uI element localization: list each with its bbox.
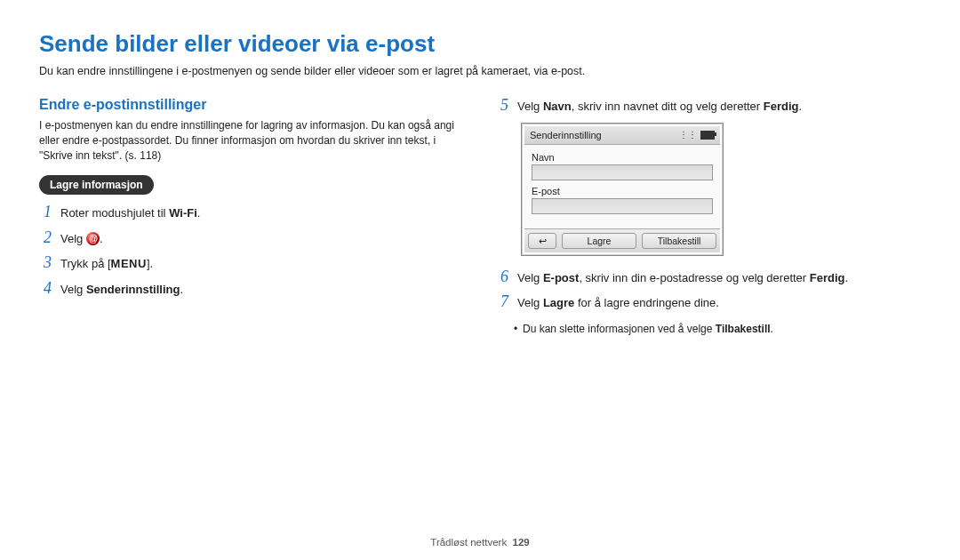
email-icon [86, 232, 100, 245]
step-number: 4 [39, 280, 52, 296]
device-footer: ↩ Lagre Tilbakestill [524, 228, 720, 252]
step-6-bold-2: Ferdig [810, 271, 845, 284]
device-input-email[interactable] [532, 198, 713, 214]
step-number: 3 [39, 254, 52, 270]
device-label-email: E-post [532, 186, 713, 196]
step-3-text-a: Trykk på [ [60, 257, 111, 270]
step-1: 1 Roter modushjulet til Wi-Fi. [39, 204, 464, 222]
battery-icon [700, 131, 715, 140]
step-number: 7 [496, 293, 508, 309]
pill-store-info: Lagre informasjon [39, 175, 154, 195]
step-2-text-b: . [100, 232, 103, 245]
step-5-text-c: , skriv inn navnet ditt og velg deretter [572, 100, 764, 113]
device-label-name: Navn [532, 152, 713, 163]
steps-left: 1 Roter modushjulet til Wi-Fi. 2 Velg . … [39, 204, 464, 298]
step-6-bold-1: E-post [543, 271, 579, 284]
device-header-title: Senderinnstilling [530, 130, 602, 140]
step-2: 2 Velg . [39, 229, 464, 248]
step-number: 6 [496, 268, 508, 284]
subhead-email-settings: Endre e-postinnstillinger [39, 97, 464, 113]
step-number: 1 [39, 204, 52, 220]
step-6: 6 Velg E-post, skriv inn din e-postadres… [496, 268, 921, 287]
step-7-bold-1: Lagre [543, 296, 574, 309]
device-screenshot: Senderinnstilling ⋮⋮ Navn E-post ↩ Lagre… [521, 123, 724, 256]
step-5-bold-1: Navn [543, 100, 572, 113]
step-4-bold: Senderinnstilling [86, 283, 180, 296]
step-5-text-a: Velg [517, 100, 543, 113]
step-6-text-d: . [845, 271, 849, 284]
note-text-a: Du kan slette informasjonen ved å velge [523, 323, 716, 335]
step-4-text-b: . [180, 283, 183, 296]
step-number: 2 [39, 229, 52, 245]
note-text-b: . [771, 323, 773, 335]
device-save-button[interactable]: Lagre [562, 233, 636, 249]
menu-glyph: MENU [111, 257, 147, 270]
page-title: Sende bilder eller videoer via e-post [39, 30, 921, 58]
device-input-name[interactable] [532, 164, 713, 180]
step-3-text-b: ]. [147, 257, 153, 270]
steps-right: 5 Velg Navn, skriv inn navnet ditt og ve… [496, 97, 921, 116]
wifi-glyph: Wi-Fi [169, 206, 197, 220]
footer-page-number: 129 [513, 537, 530, 548]
right-column: 5 Velg Navn, skriv inn navnet ditt og ve… [496, 97, 921, 346]
page-intro: Du kan endre innstillingene i e-postmeny… [39, 65, 921, 77]
step-4-text-a: Velg [60, 283, 86, 296]
device-body: Navn E-post [524, 145, 720, 228]
steps-right-cont: 6 Velg E-post, skriv inn din e-postadres… [496, 268, 921, 312]
page-footer: Trådløst nettverk 129 [0, 537, 960, 548]
device-reset-button[interactable]: Tilbakestill [642, 233, 716, 249]
step-number: 5 [496, 97, 508, 113]
step-6-text-c: , skriv inn din e-postadresse og velg de… [579, 271, 809, 284]
step-5-text-d: . [799, 100, 803, 113]
step-1-text-a: Roter modushjulet til [60, 206, 169, 220]
para-email-settings: I e-postmenyen kan du endre innstillinge… [39, 118, 464, 163]
step-4: 4 Velg Senderinnstilling. [39, 280, 464, 299]
device-header: Senderinnstilling ⋮⋮ [524, 126, 720, 145]
note-bold: Tilbakestill [716, 323, 771, 335]
note-reset: Du kan slette informasjonen ved å velge … [523, 323, 921, 335]
device-status-icons: ⋮⋮ [679, 130, 715, 140]
step-7: 7 Velg Lagre for å lagre endringene dine… [496, 293, 921, 312]
device-back-button[interactable]: ↩ [528, 233, 556, 249]
step-7-text-c: for å lagre endringene dine. [574, 296, 719, 309]
step-5-bold-2: Ferdig [764, 100, 799, 113]
footer-section: Trådløst nettverk [430, 537, 507, 548]
step-1-text-b: . [197, 206, 201, 220]
step-5: 5 Velg Navn, skriv inn navnet ditt og ve… [496, 97, 921, 116]
step-6-text-a: Velg [517, 271, 543, 284]
wifi-status-icon: ⋮⋮ [679, 130, 697, 140]
step-2-text-a: Velg [60, 232, 86, 245]
step-3: 3 Trykk på [MENU]. [39, 254, 464, 273]
left-column: Endre e-postinnstillinger I e-postmenyen… [39, 97, 464, 346]
step-7-text-a: Velg [517, 296, 543, 309]
